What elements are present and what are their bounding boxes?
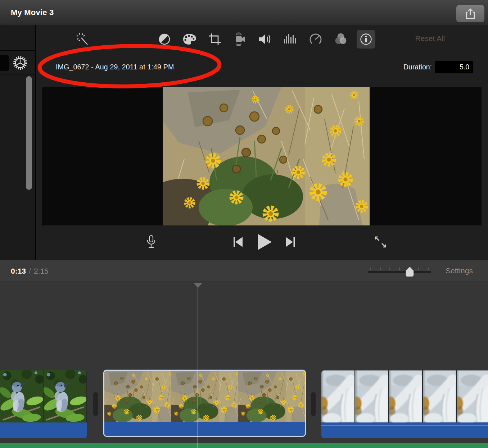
scrollbar-thumb[interactable] <box>26 76 32 190</box>
time-separator: / <box>26 267 34 275</box>
reset-all-button[interactable]: Reset All <box>403 34 457 43</box>
playhead-line <box>198 370 198 448</box>
bird-audio-waveform <box>0 422 87 438</box>
goose-thumbnail <box>321 370 355 422</box>
clip-info-text: IMG_0672 - Aug 29, 2011 at 1:49 PM <box>56 63 174 71</box>
play-icon <box>257 234 272 250</box>
zoom-slider-track[interactable] <box>368 271 431 273</box>
noise-reduction-button[interactable] <box>282 31 298 47</box>
imovie-window: My Movie 3 <box>0 0 488 448</box>
playhead-line <box>198 288 198 370</box>
project-title: My Movie 3 <box>11 0 54 25</box>
record-voiceover-button[interactable] <box>141 232 161 252</box>
preview-photo <box>163 87 370 225</box>
share-icon <box>466 8 475 19</box>
enhance-wand-button[interactable] <box>75 31 91 47</box>
goose-audio-waveform <box>321 422 488 438</box>
sidebar-divider <box>0 50 36 51</box>
crop-icon <box>208 33 221 46</box>
playhead-handle[interactable] <box>194 283 202 288</box>
fullscreen-button[interactable] <box>370 232 390 252</box>
transition-handle[interactable] <box>93 392 98 416</box>
sidebar-clipped-button[interactable] <box>0 55 9 71</box>
speed-button[interactable] <box>308 31 324 47</box>
color-correction-icon <box>182 33 197 46</box>
color-filters-button[interactable] <box>333 31 349 47</box>
sidebar-divider <box>0 74 36 74</box>
current-time: 0:13 <box>11 267 26 275</box>
gear-icon <box>12 55 28 71</box>
bird-thumbnail <box>0 370 44 422</box>
flowers-thumbnail <box>104 371 171 422</box>
stabilization-icon <box>233 32 247 46</box>
info-icon <box>360 33 372 46</box>
zoom-slider-thumb[interactable] <box>405 266 414 277</box>
audio-divider-line <box>321 425 488 426</box>
play-button[interactable] <box>254 232 275 252</box>
goose-thumbnail <box>457 370 488 422</box>
time-display: 0:13/2:15 <box>11 260 49 282</box>
zoom-slider-ticks <box>370 268 429 270</box>
sidebar <box>0 25 36 260</box>
background-music-bar[interactable] <box>0 443 488 448</box>
color-balance-button[interactable] <box>157 31 172 47</box>
speed-icon <box>309 32 322 46</box>
crop-button[interactable] <box>207 31 223 47</box>
next-frame-button[interactable] <box>280 232 301 252</box>
color-correction-button[interactable] <box>182 31 198 47</box>
title-bar: My Movie 3 <box>0 0 488 25</box>
previous-frame-icon <box>232 236 243 248</box>
stabilization-button[interactable] <box>232 31 248 47</box>
share-button[interactable] <box>456 5 484 22</box>
info-button[interactable] <box>358 31 374 47</box>
timeline-settings-button[interactable]: Settings <box>446 260 473 282</box>
timeline-clip-flowers-selected[interactable] <box>103 370 306 437</box>
enhance-wand-icon <box>76 32 90 46</box>
duration-label: Duration: <box>360 63 432 71</box>
timeline-clip-goose[interactable] <box>321 370 488 438</box>
previous-frame-button[interactable] <box>228 232 248 252</box>
bird-filmstrip <box>0 370 87 422</box>
goose-filmstrip <box>321 370 488 422</box>
volume-button[interactable] <box>257 31 273 47</box>
goose-thumbnail <box>355 370 389 422</box>
flowers-thumbnail <box>171 371 238 422</box>
color-balance-icon <box>158 33 171 46</box>
flowers-filmstrip <box>104 371 305 422</box>
goose-thumbnail <box>423 370 457 422</box>
transition-handle[interactable] <box>311 392 316 416</box>
flowers-thumbnail <box>238 371 305 422</box>
noise-reduction-icon <box>283 33 297 46</box>
duration-input[interactable]: 5.0 <box>435 61 473 73</box>
fullscreen-icon <box>374 236 387 248</box>
volume-icon <box>258 33 272 46</box>
next-frame-icon <box>285 236 296 248</box>
total-duration: 2:15 <box>34 267 49 275</box>
bird-thumbnail <box>44 370 87 422</box>
goose-thumbnail <box>389 370 423 422</box>
microphone-icon <box>146 235 156 249</box>
gear-button[interactable] <box>12 55 28 71</box>
color-filters-icon <box>334 32 348 46</box>
timeline-clip-bird[interactable] <box>0 370 87 438</box>
flowers-audio-waveform <box>104 422 305 436</box>
